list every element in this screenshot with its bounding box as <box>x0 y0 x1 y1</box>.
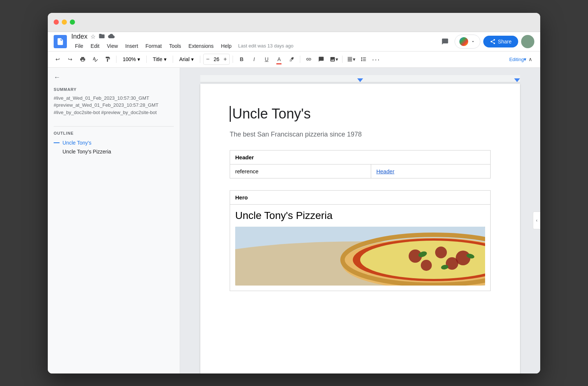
meet-button[interactable] <box>455 35 480 49</box>
style-selector[interactable]: Title ▾ <box>150 54 170 65</box>
document-title[interactable]: Uncle Tony's <box>230 106 491 122</box>
sidebar-back-button[interactable]: ← <box>54 74 65 81</box>
table-cell-key: reference <box>230 164 371 178</box>
sidebar-divider <box>54 126 174 127</box>
outline-active-indicator <box>54 142 60 143</box>
menu-extensions[interactable]: Extensions <box>185 42 217 50</box>
sidebar: ← SUMMARY #live_at_Wed_01_Feb_2023_10:57… <box>48 68 180 373</box>
toolbar-divider-1 <box>116 56 116 63</box>
bold-button[interactable]: B <box>236 54 247 65</box>
font-selector[interactable]: Arial ▾ <box>176 54 197 65</box>
undo-button[interactable]: ↩ <box>52 54 63 65</box>
document-page: Uncle Tony's The best San Franciscan piz… <box>200 84 520 373</box>
font-size-value: 26 <box>211 56 222 62</box>
insert-image-button[interactable]: ▾ <box>328 54 339 65</box>
share-label: Share <box>498 39 512 45</box>
table-header: Header <box>230 150 491 164</box>
toolbar: ↩ ↪ 100% ▾ Title ▾ Arial ▾ − 26 + <box>48 52 540 68</box>
outline-item-label: Uncle Tony's Pizzeria <box>54 149 111 155</box>
outline-item-uncle-tonys[interactable]: Uncle Tony's <box>54 138 174 147</box>
meet-dropdown-icon <box>470 39 476 44</box>
menu-edit[interactable]: Edit <box>87 42 103 50</box>
menu-help[interactable]: Help <box>217 42 235 50</box>
spell-check-button[interactable] <box>90 54 101 65</box>
edit-mode-label: Editing <box>509 57 524 62</box>
paint-format-button[interactable] <box>102 54 113 65</box>
text-color-button[interactable]: A <box>273 54 284 65</box>
font-size-decrease[interactable]: − <box>205 56 211 63</box>
pizza-svg <box>235 227 485 286</box>
highlight-button[interactable] <box>286 54 297 65</box>
star-icon[interactable]: ☆ <box>90 33 96 40</box>
ruler-marker-right <box>514 78 520 82</box>
underline-button[interactable]: U <box>261 54 272 65</box>
hero-body: Uncle Tony's Pizzeria <box>230 205 490 291</box>
line-spacing-button[interactable] <box>358 54 369 65</box>
font-size-control: − 26 + <box>203 54 230 65</box>
align-button[interactable]: ▾ <box>345 54 356 65</box>
outline-item-pizzeria[interactable]: Uncle Tony's Pizzeria <box>54 147 174 156</box>
table-row: reference Header <box>230 164 491 178</box>
menu-tools[interactable]: Tools <box>165 42 185 50</box>
menu-insert[interactable]: Insert <box>122 42 142 50</box>
insert-image-dropdown-icon: ▾ <box>336 56 338 62</box>
style-dropdown-icon: ▾ <box>164 56 166 62</box>
collapse-toolbar-button[interactable]: ∧ <box>525 54 536 65</box>
title-bar <box>48 13 540 32</box>
traffic-lights <box>54 20 75 25</box>
svg-point-9 <box>421 260 432 271</box>
menu-view[interactable]: View <box>103 42 122 50</box>
menu-format[interactable]: Format <box>142 42 165 50</box>
docs-icon <box>54 35 67 48</box>
toolbar-divider-4 <box>200 56 200 63</box>
font-size-increase[interactable]: + <box>222 56 228 63</box>
user-avatar[interactable] <box>521 35 534 48</box>
ruler-marker-left <box>357 78 363 82</box>
font-dropdown-icon: ▾ <box>191 56 194 62</box>
menu-actions: Share <box>438 35 534 49</box>
menu-items: File Edit View Insert Format Tools Exten… <box>71 41 434 50</box>
toolbar-divider-5 <box>233 56 233 63</box>
zoom-dropdown-icon: ▾ <box>137 56 140 62</box>
hero-section-header: Hero <box>230 191 490 205</box>
folder-icon[interactable] <box>98 33 105 41</box>
header-link[interactable]: Header <box>376 168 394 174</box>
font-value: Arial <box>179 56 190 62</box>
print-button[interactable] <box>77 54 88 65</box>
minimize-button[interactable] <box>62 20 67 25</box>
right-panel-toggle[interactable]: ‹ <box>533 212 540 229</box>
meet-icon <box>459 37 468 46</box>
doc-title-row: Index ☆ <box>71 33 434 41</box>
toolbar-divider-6 <box>300 56 300 63</box>
zoom-selector[interactable]: 100% ▾ <box>119 54 143 65</box>
fullscreen-button[interactable] <box>70 20 75 25</box>
toolbar-divider-3 <box>173 56 173 63</box>
style-value: Title <box>153 56 162 62</box>
toolbar-divider-2 <box>146 56 147 63</box>
menu-top: Index ☆ File Edit View Insert Format Too… <box>48 32 540 51</box>
main-area: ← SUMMARY #live_at_Wed_01_Feb_2023_10:57… <box>48 68 540 373</box>
link-button[interactable] <box>303 54 314 65</box>
close-button[interactable] <box>54 20 59 25</box>
align-dropdown-icon: ▾ <box>353 56 355 62</box>
comment-button[interactable] <box>316 54 327 65</box>
summary-section-label: SUMMARY <box>54 87 174 92</box>
cloud-icon[interactable] <box>108 33 115 41</box>
toolbar-divider-7 <box>342 56 343 63</box>
hero-title: Uncle Tony's Pizzeria <box>235 210 485 222</box>
header-table: Header reference Header <box>230 150 491 178</box>
doc-title-area: Index ☆ File Edit View Insert Format Too… <box>71 33 434 50</box>
document-area[interactable]: Uncle Tony's The best San Franciscan piz… <box>180 68 540 373</box>
more-options-button[interactable]: ··· <box>370 54 381 65</box>
comments-button[interactable] <box>438 35 452 48</box>
hero-section: Hero Uncle Tony's Pizzeria <box>230 190 491 291</box>
italic-button[interactable]: I <box>248 54 259 65</box>
last-edit-status: Last edit was 13 days ago <box>238 43 293 49</box>
share-button[interactable]: Share <box>483 36 518 47</box>
menu-file[interactable]: File <box>71 42 87 50</box>
edit-mode-button[interactable]: Editing ▾ <box>512 54 523 65</box>
outline-section-label: OUTLINE <box>54 131 174 135</box>
redo-button[interactable]: ↪ <box>65 54 76 65</box>
docs-svg-icon <box>56 38 64 46</box>
share-icon <box>490 39 496 45</box>
